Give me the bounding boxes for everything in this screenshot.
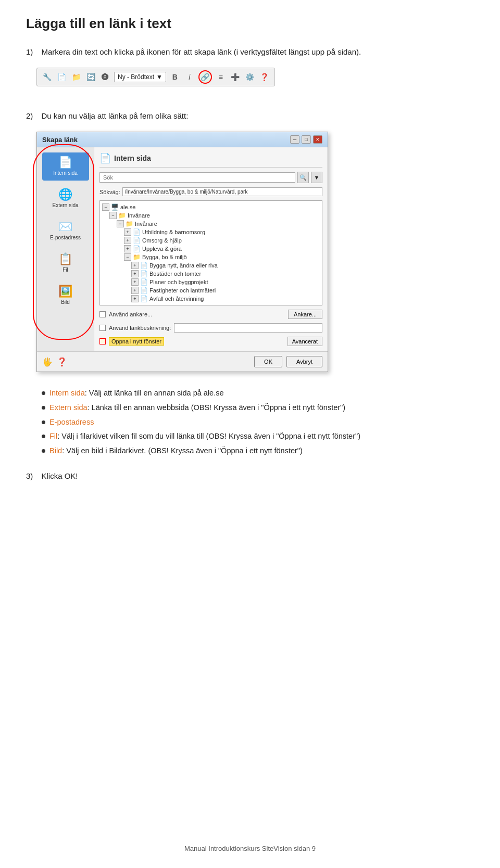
bullet-dot [42, 420, 45, 424]
anchor-label: Använd ankare... [109, 311, 152, 317]
term-fil: Fil [49, 432, 57, 440]
footer-hand-icon: 🖐 [42, 357, 53, 367]
toolbar-icon-2: 📄 [56, 71, 67, 83]
dialog-main: 📄 Intern sida 🔍 ▼ Sökväg: [94, 147, 328, 351]
tree-expander[interactable]: − [102, 203, 109, 211]
tree-expander[interactable]: + [131, 270, 139, 277]
sidebar-item-fil[interactable]: 📋 Fil [42, 249, 89, 277]
anchor-checkbox[interactable] [99, 311, 106, 317]
epost-label: E-postadress [50, 235, 81, 241]
sidebar-item-extern[interactable]: 🌐 Extern sida [42, 185, 89, 213]
bullet-dot [42, 435, 45, 438]
extern-icon: 🌐 [58, 189, 72, 200]
tree-expander[interactable]: + [124, 237, 131, 244]
bullet-list: Intern sida: Välj att länka till en anna… [42, 388, 474, 457]
tree-item[interactable]: + 📄 Uppleva & göra [102, 245, 320, 253]
fil-icon: 📋 [58, 253, 72, 265]
tree-expander[interactable]: + [131, 287, 139, 294]
tree-item[interactable]: − 📁 Invånare [102, 211, 320, 220]
search-input[interactable] [99, 172, 295, 183]
tree-item[interactable]: + 📄 Omsorg & hjälp [102, 236, 320, 245]
toolbar-dropdown-label: Ny - Brödtext [118, 73, 154, 81]
toolbar-icon-plus: ➕ [230, 71, 241, 83]
sidebar-item-epost[interactable]: ✉️ E-postadress [42, 217, 89, 245]
create-link-dialog: Skapa länk ─ □ ✕ 📄 Intern sida [36, 132, 328, 372]
step2-section: 2) Du kan nu välja att länka på fem olik… [26, 111, 474, 457]
ok-button[interactable]: OK [254, 356, 282, 367]
tree-item[interactable]: + 📄 Planer och byggprojekt [102, 278, 320, 286]
toolbar-icon-help: ❓ [259, 71, 270, 83]
tree-expander[interactable]: − [117, 220, 124, 227]
path-input[interactable] [122, 187, 322, 196]
list-item: Bild: Välj en bild i Bildarkivet. (OBS! … [42, 445, 474, 457]
tree-expander[interactable]: + [124, 228, 131, 236]
intern-label: Intern sida [53, 170, 78, 176]
cancel-button[interactable]: Avbryt [286, 356, 322, 367]
toolbar-icon-align: ≡ [215, 71, 227, 83]
anchor-button[interactable]: Ankare... [288, 310, 322, 319]
step3-section: 3) Klicka OK! [26, 471, 474, 480]
page-footer: Manual Introduktionskurs SiteVision sida… [0, 845, 500, 852]
tree-expander[interactable]: + [131, 295, 139, 302]
tree-expander[interactable]: − [109, 212, 117, 219]
opennew-checkbox[interactable] [99, 338, 106, 344]
search-row: 🔍 ▼ [99, 172, 322, 183]
step1-text: Markera din text och klicka på ikonen fö… [42, 47, 361, 56]
step2-num: 2) [26, 111, 33, 120]
term-extern: Extern sida [49, 403, 88, 412]
linkdesc-input[interactable] [174, 323, 322, 333]
extern-label: Extern sida [52, 202, 78, 209]
close-button[interactable]: ✕ [313, 135, 322, 144]
path-label: Sökväg: [99, 189, 120, 195]
search-button[interactable]: 🔍 [297, 172, 309, 183]
step2-text: Du kan nu välja att länka på fem olika s… [42, 111, 189, 120]
toolbar-link-wrap: 🔗 [198, 70, 212, 84]
toolbar-icon-5: 🅐 [99, 71, 111, 83]
dialog-title: Skapa länk [42, 136, 78, 144]
tree-expander[interactable]: − [124, 253, 131, 261]
list-item: E-postadress [42, 417, 474, 428]
toolbar-bold-icon: B [169, 71, 181, 83]
tree-item[interactable]: + 📄 Fastigheter och lantmäteri [102, 286, 320, 295]
term-intern: Intern sida [49, 389, 85, 397]
sidebar-item-intern[interactable]: 📄 Intern sida [42, 152, 89, 181]
step1-num: 1) [26, 47, 33, 56]
path-row: Sökväg: [99, 187, 322, 196]
step3-text: Klicka OK! [42, 471, 78, 480]
step3-num: 3) [26, 471, 33, 480]
minimize-button[interactable]: ─ [290, 135, 299, 144]
tree-item[interactable]: + 📄 Bostäder och tomter [102, 270, 320, 278]
intern-header: 📄 Intern sida [99, 152, 322, 168]
advanced-button[interactable]: Avancerat [288, 337, 322, 346]
footer-help-icon: ❓ [57, 357, 67, 367]
search-dropdown-btn[interactable]: ▼ [311, 172, 322, 183]
tree-item[interactable]: − 🖥️ ale.se [102, 203, 320, 211]
tree-container[interactable]: − 🖥️ ale.se − 📁 Invånare − [99, 200, 322, 305]
dialog-titlebar: Skapa länk ─ □ ✕ [37, 132, 328, 147]
dialog-titlebar-buttons: ─ □ ✕ [290, 135, 322, 144]
tree-item[interactable]: + 📄 Bygga nytt, ändra eller riva [102, 261, 320, 270]
bullet-dot [42, 406, 45, 410]
sidebar-item-bild[interactable]: 🖼️ Bild [42, 282, 89, 310]
tree-item[interactable]: − 📁 Bygga, bo & miljö [102, 253, 320, 261]
tree-item[interactable]: + 📄 Avfall och återvinning [102, 295, 320, 303]
footer-left: 🖐 ❓ [42, 356, 67, 367]
maximize-button[interactable]: □ [302, 135, 311, 144]
tree-item[interactable]: + 📄 Utbildning & barnomsorg [102, 228, 320, 236]
page-title: Lägga till en länk i text [26, 16, 474, 32]
fil-label: Fil [63, 267, 68, 273]
tree-expander[interactable]: + [131, 262, 139, 269]
toolbar-dropdown[interactable]: Ny - Brödtext ▼ [114, 72, 166, 82]
term-bild: Bild [49, 446, 62, 455]
toolbar-link-icon[interactable]: 🔗 [198, 70, 212, 84]
bullet-dot [42, 449, 45, 453]
toolbar-icon-4: 🔄 [85, 71, 96, 83]
toolbar-italic-icon: i [184, 71, 195, 83]
tree-expander[interactable]: + [131, 278, 139, 286]
linkdesc-checkbox[interactable] [99, 325, 106, 331]
step1-section: 1) Markera din text och klicka på ikonen… [26, 47, 474, 97]
tree-item[interactable]: − 📁 Invånare [102, 220, 320, 228]
toolbar-dropdown-arrow: ▼ [156, 73, 162, 81]
tree-expander[interactable]: + [124, 245, 131, 252]
intern-title: Intern sida [114, 154, 151, 162]
